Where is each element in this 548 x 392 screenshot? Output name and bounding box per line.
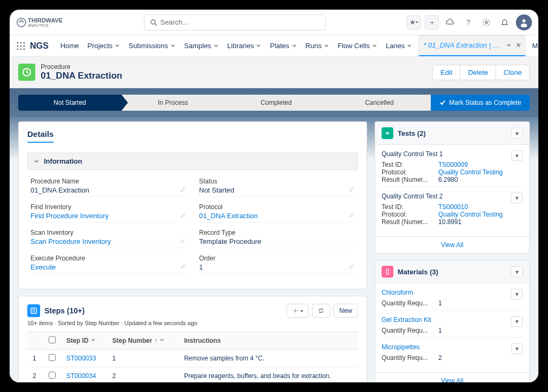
steps-title: Steps (10+): [44, 306, 85, 315]
pencil-icon[interactable]: [348, 263, 355, 271]
refresh-button[interactable]: [312, 304, 330, 318]
cloud-icon[interactable]: [443, 16, 457, 29]
nav-item-lanes[interactable]: Lanes: [382, 35, 416, 56]
app-launcher-icon[interactable]: [16, 39, 26, 53]
chevron-down-icon: [214, 43, 219, 49]
test-id-link[interactable]: TS000010: [438, 203, 468, 211]
nav-item-runs[interactable]: Runs: [301, 35, 333, 56]
section-information[interactable]: Information: [27, 152, 358, 170]
chevron-down-icon[interactable]: [159, 337, 165, 343]
pencil-icon[interactable]: [180, 263, 186, 271]
pencil-icon[interactable]: [348, 212, 355, 220]
nav-item-flow-cells[interactable]: Flow Cells: [333, 35, 382, 56]
material-link[interactable]: Chloroform: [382, 289, 413, 296]
path-step-not-started[interactable]: Not Started: [18, 95, 121, 111]
field-value: Not Started: [199, 186, 234, 194]
pencil-icon[interactable]: [180, 212, 186, 220]
field-value[interactable]: Execute: [31, 263, 56, 271]
steps-subtitle: 10+ items · Sorted by Step Number · Upda…: [27, 320, 358, 326]
svg-point-9: [17, 45, 19, 47]
materials-menu[interactable]: ▾: [511, 266, 523, 277]
path-step-in-process[interactable]: In Process: [121, 95, 225, 111]
tab-label: * 01_DNA Extraction | Pro...: [423, 41, 503, 49]
add-icon[interactable]: ＋: [425, 16, 439, 29]
nav-item-libraries[interactable]: Libraries: [223, 35, 266, 56]
search-placeholder: Search...: [161, 18, 188, 26]
refresh-icon: [318, 308, 324, 314]
tests-title: Tests (2): [398, 129, 507, 137]
material-menu[interactable]: ▾: [511, 289, 523, 299]
svg-point-10: [20, 45, 22, 47]
chevron-down-icon: [256, 43, 261, 49]
select-all-checkbox[interactable]: [49, 336, 56, 343]
svg-point-7: [20, 42, 22, 43]
test-menu[interactable]: ▾: [511, 193, 523, 203]
step-id-link[interactable]: ST000033: [66, 355, 96, 362]
chevron-down-icon: [33, 158, 40, 165]
settings-button[interactable]: ▾: [286, 304, 309, 318]
path-step-cancelled[interactable]: Cancelled: [328, 95, 431, 111]
nav-item-home[interactable]: Home: [56, 35, 83, 56]
nav-item-samples[interactable]: Samples: [180, 35, 223, 56]
favorites-icon[interactable]: ★▾: [407, 16, 421, 29]
tab-active[interactable]: * 01_DNA Extraction | Pro... ✕: [418, 35, 526, 57]
tests-icon: [382, 127, 393, 139]
pencil-icon[interactable]: [180, 237, 186, 245]
field-label: Procedure Name: [31, 178, 186, 185]
field-value[interactable]: 01_DNA Extraction: [199, 212, 258, 220]
new-button[interactable]: New: [333, 304, 358, 318]
row-checkbox[interactable]: [49, 372, 56, 379]
pencil-icon[interactable]: [180, 186, 186, 194]
mark-complete-button[interactable]: Mark Status as Complete: [431, 95, 530, 111]
edit-button[interactable]: Edit: [432, 65, 460, 80]
nav-item-submissions[interactable]: Submissions: [124, 35, 180, 56]
chevron-down-icon: [372, 43, 377, 49]
material-menu[interactable]: ▾: [511, 316, 523, 327]
svg-point-12: [17, 48, 19, 50]
row-checkbox[interactable]: [49, 354, 56, 361]
field-label: Protocol: [199, 203, 355, 211]
material-link[interactable]: Micropipettes: [382, 343, 420, 351]
test-menu[interactable]: ▾: [511, 150, 523, 161]
field-value[interactable]: Find Procedure Inventory: [31, 212, 109, 220]
nav-more[interactable]: More: [528, 35, 538, 56]
close-icon[interactable]: ✕: [515, 41, 521, 49]
svg-point-5: [521, 24, 527, 27]
help-icon[interactable]: ?: [461, 16, 475, 29]
test-protocol-link[interactable]: Quality Control Testing: [438, 211, 503, 218]
delete-button[interactable]: Delete: [460, 65, 496, 80]
material-menu[interactable]: ▾: [511, 343, 523, 354]
field-value[interactable]: Scan Procedure Inventory: [31, 237, 111, 245]
search-input[interactable]: Search...: [144, 14, 326, 30]
chevron-down-icon: [292, 43, 297, 49]
avatar[interactable]: [516, 14, 532, 30]
path-step-completed[interactable]: Completed: [225, 95, 328, 111]
gear-icon: [292, 308, 299, 314]
brand-name: THIRDWAVE: [28, 17, 63, 24]
bell-icon[interactable]: [498, 16, 512, 29]
brand-sub: ANALYTICS: [28, 24, 63, 27]
chevron-down-icon: [170, 43, 176, 49]
step-id-link[interactable]: ST000034: [66, 372, 96, 380]
test-protocol-link[interactable]: Quality Control Testing: [438, 168, 503, 176]
svg-point-0: [17, 18, 26, 27]
steps-icon: [27, 304, 40, 317]
svg-point-1: [151, 20, 155, 24]
field-label: Execute Procedure: [31, 255, 186, 262]
nav-item-plates[interactable]: Plates: [265, 35, 301, 56]
clone-button[interactable]: Clone: [496, 65, 530, 80]
field-label: Status: [199, 178, 355, 185]
pencil-icon[interactable]: [348, 186, 355, 194]
svg-point-20: [294, 310, 296, 312]
materials-view-all[interactable]: View All: [441, 377, 463, 382]
svg-point-11: [24, 45, 25, 47]
tests-menu[interactable]: ▾: [511, 128, 523, 139]
tests-view-all[interactable]: View All: [441, 241, 463, 249]
record-type: Procedure: [41, 63, 122, 71]
chevron-down-icon[interactable]: [506, 43, 512, 48]
gear-icon[interactable]: [480, 16, 493, 29]
test-id-link[interactable]: TS000009: [438, 161, 468, 168]
chevron-down-icon[interactable]: [90, 337, 96, 343]
material-link[interactable]: Gel Extraction Kit: [382, 316, 431, 324]
nav-item-projects[interactable]: Projects: [83, 35, 124, 56]
